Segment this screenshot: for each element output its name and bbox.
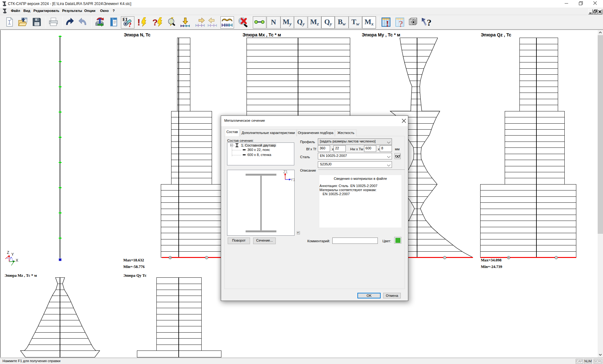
svg-text:Эпюра Qz , Тс: Эпюра Qz , Тс xyxy=(481,32,511,37)
svg-text:Эпюра Mz , Тс * м: Эпюра Mz , Тс * м xyxy=(5,273,37,278)
svg-text:Y: Y xyxy=(11,252,14,257)
svg-text:Max=18.632: Max=18.632 xyxy=(123,258,144,262)
svg-text:Z1: Z1 xyxy=(283,170,288,174)
svg-text:Эпюра N, Тс: Эпюра N, Тс xyxy=(124,32,150,37)
svg-text:?: ? xyxy=(399,19,403,28)
svg-text:?: ? xyxy=(128,21,132,29)
svg-text:!: ! xyxy=(137,17,140,27)
svg-text:Y1: Y1 xyxy=(291,178,295,182)
svg-text:Max=34.098: Max=34.098 xyxy=(481,258,502,262)
svg-text:Эпюра My , Тс * м: Эпюра My , Тс * м xyxy=(362,32,400,37)
svg-text:!: ! xyxy=(386,19,389,28)
svg-text:Эпюра Mx , Тс * м: Эпюра Mx , Тс * м xyxy=(242,32,281,37)
svg-text:?: ? xyxy=(152,18,158,27)
svg-text:Min=-24.739: Min=-24.739 xyxy=(481,265,502,269)
svg-text:Z: Z xyxy=(7,250,9,255)
svg-text:X: X xyxy=(16,258,18,263)
svg-text:Эпюра Qy Тс: Эпюра Qy Тс xyxy=(123,273,147,278)
svg-text:EI: EI xyxy=(122,17,128,22)
svg-text:?: ? xyxy=(427,17,432,28)
svg-text:Min=-58.776: Min=-58.776 xyxy=(123,265,145,269)
